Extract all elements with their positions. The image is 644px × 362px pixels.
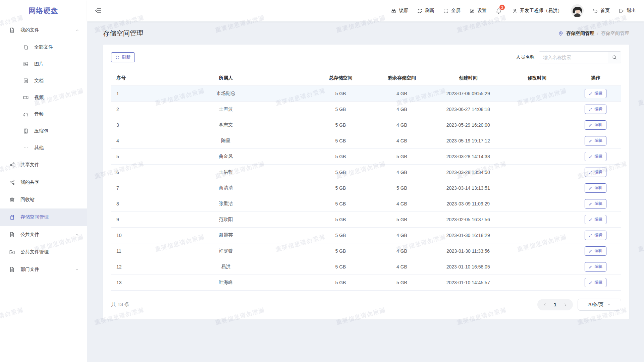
sidebar-item-其他[interactable]: 其他 xyxy=(0,139,87,156)
sidebar-item-label: 文档 xyxy=(34,78,44,84)
page-title: 存储空间管理 xyxy=(103,29,143,38)
sidebar-item-视频[interactable]: 视频 xyxy=(0,89,87,106)
refresh-button-label: 刷新 xyxy=(122,54,130,60)
tool-label: 全屏 xyxy=(451,8,461,14)
sidebar-item-我的共享[interactable]: 我的共享 xyxy=(0,174,87,191)
table-row-4: 4陈星5 GB4 GB2023-05-19 19:17:12编辑 xyxy=(111,133,621,148)
table-header-row: 序号所属人总存储空间剩余存储空间创建时间修改时间操作 xyxy=(111,71,621,85)
chevron-down-icon xyxy=(607,302,611,307)
edit-button[interactable]: 编辑 xyxy=(585,215,606,224)
sdcard-icon xyxy=(9,214,15,220)
notification-button[interactable]: 3 xyxy=(495,8,502,14)
edit-button[interactable]: 编辑 xyxy=(585,89,606,98)
avatar[interactable] xyxy=(571,4,584,17)
collapse-sidebar-icon[interactable] xyxy=(95,7,102,14)
sidebar-item-图片[interactable]: 图片 xyxy=(0,56,87,72)
cell-actions: 编辑 xyxy=(570,243,621,259)
sidebar-item-我的文件[interactable]: 我的文件 xyxy=(0,21,87,39)
pencil-icon xyxy=(589,281,593,285)
cell-owner: 商清清 xyxy=(142,180,310,196)
cell-remaining: 5 GB xyxy=(371,212,433,227)
settings-icon xyxy=(469,8,475,14)
refresh-button[interactable]: 刷新 xyxy=(111,52,135,62)
lock-button[interactable]: 锁屏 xyxy=(391,8,408,14)
cell-actions: 编辑 xyxy=(570,164,621,180)
edit-button-label: 编辑 xyxy=(594,169,602,175)
column-header-4: 创建时间 xyxy=(432,71,504,85)
tool-label: 设置 xyxy=(477,8,487,14)
cell-created: 2023-03-28 13:34:50 xyxy=(432,164,504,180)
refresh-icon xyxy=(417,8,423,14)
notification-badge: 3 xyxy=(499,4,505,10)
edit-button[interactable]: 编辑 xyxy=(585,120,606,130)
cell-modified xyxy=(504,212,570,227)
edit-button[interactable]: 编辑 xyxy=(585,199,606,208)
zip-icon xyxy=(23,128,29,134)
page-number[interactable]: 1 xyxy=(550,302,560,307)
sidebar-item-公共文件管理[interactable]: 公共文件管理 xyxy=(0,243,87,261)
trash-icon xyxy=(9,197,15,203)
edit-button-label: 编辑 xyxy=(594,232,602,238)
table-row-1: 1市场副总5 GB4 GB2023-07-06 09:55:29编辑 xyxy=(111,85,621,101)
pager: 1 xyxy=(537,299,573,310)
cell-total: 5 GB xyxy=(310,101,371,117)
column-header-0: 序号 xyxy=(111,71,142,85)
table-row-8: 8张重洁5 GB4 GB2023-03-09 11:09:29编辑 xyxy=(111,196,621,212)
tool-label: 刷新 xyxy=(425,8,434,14)
edit-button[interactable]: 编辑 xyxy=(585,246,606,256)
refresh-button[interactable]: 刷新 xyxy=(417,8,434,14)
sidebar-item-全部文件[interactable]: 全部文件 xyxy=(0,39,87,56)
edit-button[interactable]: 编辑 xyxy=(585,105,606,114)
cell-remaining: 4 GB xyxy=(371,259,433,275)
sidebar-item-部门文件[interactable]: 部门文件 xyxy=(0,261,87,278)
pencil-icon xyxy=(589,92,593,96)
logout-button[interactable]: 退出 xyxy=(619,8,636,14)
edit-button[interactable]: 编辑 xyxy=(585,136,606,145)
cell-modified xyxy=(504,243,570,259)
sidebar-item-文档[interactable]: 文档 xyxy=(0,72,87,89)
cell-owner: 市场副总 xyxy=(142,85,310,101)
search-label: 人员名称 xyxy=(516,54,535,60)
current-user[interactable]: 开发工程师（易洪） xyxy=(512,8,562,14)
home-button[interactable]: 首页 xyxy=(592,8,610,14)
share-icon xyxy=(9,179,15,185)
edit-button[interactable]: 编辑 xyxy=(585,168,606,177)
edit-button-label: 编辑 xyxy=(594,217,602,222)
pagination: 1 20条/页 xyxy=(537,299,621,311)
cell-index: 11 xyxy=(111,243,142,259)
settings-button[interactable]: 设置 xyxy=(469,8,487,14)
sidebar-item-回收站[interactable]: 回收站 xyxy=(0,191,87,208)
table-row-2: 2王海波5 GB4 GB2023-06-27 14:08:18编辑 xyxy=(111,101,621,117)
edit-button[interactable]: 编辑 xyxy=(585,262,606,272)
sidebar-item-公共文件[interactable]: 公共文件 xyxy=(0,226,87,243)
edit-button[interactable]: 编辑 xyxy=(585,278,606,287)
card-toolbar: 刷新 人员名称 xyxy=(111,51,621,63)
edit-button[interactable]: 编辑 xyxy=(585,231,606,240)
search-button[interactable] xyxy=(608,52,621,63)
sidebar-item-音频[interactable]: 音频 xyxy=(0,106,87,123)
edit-button[interactable]: 编辑 xyxy=(585,183,606,193)
page-size-select[interactable]: 20条/页 xyxy=(578,299,621,311)
edit-button-label: 编辑 xyxy=(594,90,602,96)
cell-created: 2023-01-10 16:58:05 xyxy=(432,259,504,275)
sidebar-item-共享文件[interactable]: 共享文件 xyxy=(0,156,87,174)
fullscreen-button[interactable]: 全屏 xyxy=(443,8,461,14)
cell-remaining: 4 GB xyxy=(371,101,433,117)
search-input[interactable] xyxy=(539,52,608,63)
cell-total: 5 GB xyxy=(310,196,371,212)
cell-actions: 编辑 xyxy=(570,117,621,133)
sidebar-item-label: 压缩包 xyxy=(34,128,48,134)
cell-remaining: 4 GB xyxy=(371,117,433,133)
breadcrumb-item-first[interactable]: 存储空间管理 xyxy=(566,31,594,37)
sidebar-item-压缩包[interactable]: 压缩包 xyxy=(0,123,87,139)
next-page-button[interactable] xyxy=(560,299,571,310)
edit-button-label: 编辑 xyxy=(594,138,602,143)
prev-page-button[interactable] xyxy=(539,299,550,310)
pencil-icon xyxy=(589,123,593,127)
files-icon xyxy=(23,44,29,50)
sidebar-item-存储空间管理[interactable]: 存储空间管理 xyxy=(0,208,87,226)
app-logo: 网络硬盘 xyxy=(0,0,87,21)
edit-button[interactable]: 编辑 xyxy=(585,152,606,161)
sidebar-nav: 我的文件全部文件图片文档视频音频压缩包其他共享文件我的共享回收站存储空间管理公共… xyxy=(0,21,87,278)
cell-owner: 王洪哲 xyxy=(142,164,310,180)
